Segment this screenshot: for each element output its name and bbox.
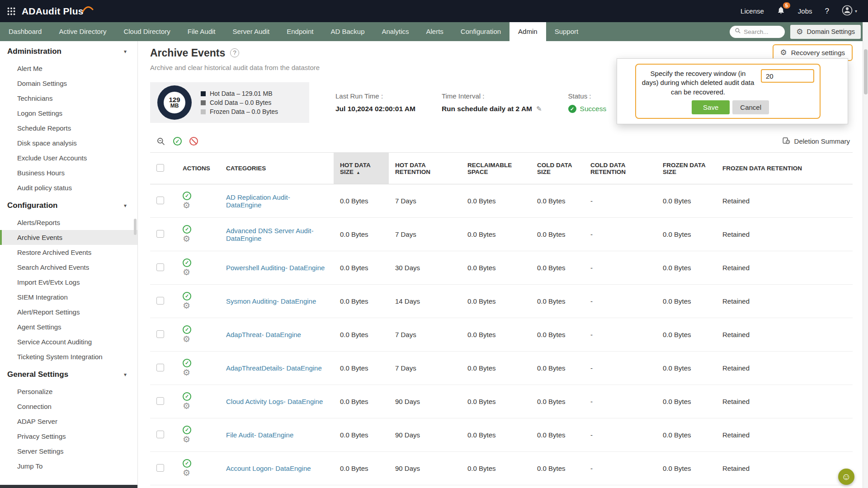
sidebar-item-alerts-reports[interactable]: Alerts/Reports xyxy=(0,215,137,230)
row-settings-gear-icon[interactable]: ⚙ xyxy=(183,368,190,377)
recovery-days-input[interactable] xyxy=(761,69,814,83)
sidebar-item-agent-settings[interactable]: Agent Settings xyxy=(0,319,137,334)
sidebar-item-restore-archived-events[interactable]: Restore Archived Events xyxy=(0,245,137,260)
column-header-cold-data-retention[interactable]: COLD DATA RETENTION xyxy=(584,153,656,184)
page-help-icon[interactable]: ? xyxy=(230,48,239,57)
deletion-summary-link[interactable]: Deletion Summary xyxy=(782,136,850,146)
row-settings-gear-icon[interactable]: ⚙ xyxy=(183,201,190,210)
row-settings-gear-icon[interactable]: ⚙ xyxy=(183,234,190,244)
nav-tab-server-audit[interactable]: Server Audit xyxy=(224,22,278,41)
column-header-hot-data-size[interactable]: HOT DATA SIZE▲ xyxy=(334,153,389,184)
category-link[interactable]: Advanced DNS Server Audit- DataEngine xyxy=(226,227,313,242)
enable-archive-icon[interactable]: ✓ xyxy=(173,137,182,145)
sidebar-section-administration[interactable]: Administration▾ xyxy=(0,41,137,61)
row-settings-gear-icon[interactable]: ⚙ xyxy=(183,301,190,310)
column-header-frozen-data-retention[interactable]: FROZEN DATA RETENTION xyxy=(716,153,853,184)
archive-enabled-icon[interactable]: ✓ xyxy=(183,192,191,200)
sidebar-scrollbar[interactable] xyxy=(134,219,137,235)
row-checkbox[interactable] xyxy=(156,330,164,338)
scrollbar-thumb[interactable] xyxy=(864,49,868,94)
nav-tab-alerts[interactable]: Alerts xyxy=(418,22,452,41)
nav-tab-admin[interactable]: Admin xyxy=(509,22,546,41)
category-link[interactable]: AD Replication Audit- DataEngine xyxy=(226,193,290,209)
row-settings-gear-icon[interactable]: ⚙ xyxy=(183,334,190,344)
category-link[interactable]: Sysmon Auditing- DataEngine xyxy=(226,297,316,305)
category-link[interactable]: AdapThreat- DataEngine xyxy=(226,331,301,338)
archive-enabled-icon[interactable]: ✓ xyxy=(183,392,191,401)
sidebar-item-import-evt-evtx-logs[interactable]: Import Evt/Evtx Logs xyxy=(0,275,137,290)
sidebar-item-jump-to[interactable]: Jump To xyxy=(0,459,137,474)
row-checkbox[interactable] xyxy=(156,230,164,238)
sidebar-item-adap-server[interactable]: ADAP Server xyxy=(0,414,137,429)
page-scrollbar[interactable] xyxy=(863,22,868,488)
row-checkbox[interactable] xyxy=(156,397,164,405)
jobs-link[interactable]: Jobs xyxy=(798,7,812,15)
sidebar-item-search-archived-events[interactable]: Search Archived Events xyxy=(0,260,137,275)
row-checkbox[interactable] xyxy=(156,263,164,271)
help-button[interactable]: ? xyxy=(825,7,829,16)
column-header-hot-data-retention[interactable]: HOT DATA RETENTION xyxy=(389,153,461,184)
category-link[interactable]: AdapThreatDetails- DataEngine xyxy=(226,364,322,372)
column-header-categories[interactable]: CATEGORIES xyxy=(220,153,334,184)
nav-tab-file-audit[interactable]: File Audit xyxy=(179,22,224,41)
column-header-cold-data-size[interactable]: COLD DATA SIZE xyxy=(531,153,584,184)
nav-tab-configuration[interactable]: Configuration xyxy=(452,22,509,41)
sidebar-item-service-account-auditing[interactable]: Service Account Auditing xyxy=(0,334,137,349)
nav-tab-analytics[interactable]: Analytics xyxy=(373,22,417,41)
user-menu-button[interactable]: ▾ xyxy=(842,5,857,18)
row-settings-gear-icon[interactable]: ⚙ xyxy=(183,267,190,277)
notifications-button[interactable]: 5 xyxy=(777,6,785,16)
sidebar-section-general-settings[interactable]: General Settings▾ xyxy=(0,364,137,384)
column-header-actions[interactable]: ACTIONS xyxy=(176,153,220,184)
sidebar-item-alert-report-settings[interactable]: Alert/Report Settings xyxy=(0,305,137,319)
sidebar-item-server-settings[interactable]: Server Settings xyxy=(0,444,137,459)
search-input[interactable] xyxy=(744,28,780,35)
row-checkbox[interactable] xyxy=(156,297,164,305)
row-settings-gear-icon[interactable]: ⚙ xyxy=(183,401,190,411)
sidebar-item-archive-events[interactable]: Archive Events xyxy=(0,230,137,245)
disable-archive-icon[interactable] xyxy=(189,137,198,145)
nav-tab-support[interactable]: Support xyxy=(546,22,587,41)
category-link[interactable]: Powershell Auditing- DataEngine xyxy=(226,264,325,272)
row-checkbox[interactable] xyxy=(156,464,164,472)
search-filter-icon[interactable] xyxy=(156,137,165,146)
sidebar-item-business-hours[interactable]: Business Hours xyxy=(0,165,137,180)
sidebar-item-disk-space-analysis[interactable]: Disk space analysis xyxy=(0,136,137,150)
sidebar-section-configuration[interactable]: Configuration▾ xyxy=(0,195,137,215)
nav-tab-dashboard[interactable]: Dashboard xyxy=(0,22,50,41)
sidebar-item-technicians[interactable]: Technicians xyxy=(0,91,137,106)
archive-enabled-icon[interactable]: ✓ xyxy=(183,359,191,367)
sidebar-item-alert-me[interactable]: Alert Me xyxy=(0,61,137,76)
license-link[interactable]: License xyxy=(741,7,764,15)
archive-enabled-icon[interactable]: ✓ xyxy=(183,225,191,234)
sidebar-item-ticketing-system-integration[interactable]: Ticketing System Integration xyxy=(0,349,137,364)
row-checkbox[interactable] xyxy=(156,431,164,438)
sidebar-item-siem-integration[interactable]: SIEM Integration xyxy=(0,290,137,305)
cancel-button[interactable]: Cancel xyxy=(732,100,769,114)
sidebar-item-logon-settings[interactable]: Logon Settings xyxy=(0,106,137,121)
nav-tab-cloud-directory[interactable]: Cloud Directory xyxy=(115,22,179,41)
sidebar-item-connection[interactable]: Connection xyxy=(0,399,137,414)
sidebar-item-domain-settings[interactable]: Domain Settings xyxy=(0,76,137,91)
category-link[interactable]: File Audit- DataEngine xyxy=(226,431,293,439)
sidebar-item-privacy-settings[interactable]: Privacy Settings xyxy=(0,429,137,444)
apps-grid-icon[interactable] xyxy=(7,7,15,15)
archive-enabled-icon[interactable]: ✓ xyxy=(183,426,191,434)
save-button[interactable]: Save xyxy=(692,100,730,114)
archive-enabled-icon[interactable]: ✓ xyxy=(183,459,191,468)
row-settings-gear-icon[interactable]: ⚙ xyxy=(183,468,190,478)
column-header-reclaimable-space[interactable]: RECLAIMABLE SPACE xyxy=(461,153,531,184)
support-chat-button[interactable]: ☺ xyxy=(838,469,854,485)
sidebar-item-exclude-user-accounts[interactable]: Exclude User Accounts xyxy=(0,150,137,165)
edit-schedule-icon[interactable]: ✎ xyxy=(536,105,542,113)
row-checkbox[interactable] xyxy=(156,197,164,204)
sidebar-item-personalize[interactable]: Personalize xyxy=(0,384,137,399)
sidebar-item-schedule-reports[interactable]: Schedule Reports xyxy=(0,121,137,136)
row-checkbox[interactable] xyxy=(156,364,164,371)
archive-enabled-icon[interactable]: ✓ xyxy=(183,258,191,267)
archive-enabled-icon[interactable]: ✓ xyxy=(183,325,191,334)
domain-settings-button[interactable]: ⚙ Domain Settings xyxy=(790,25,861,39)
column-header-frozen-data-size[interactable]: FROZEN DATA SIZE xyxy=(656,153,716,184)
nav-tab-ad-backup[interactable]: AD Backup xyxy=(322,22,373,41)
row-settings-gear-icon[interactable]: ⚙ xyxy=(183,435,190,444)
